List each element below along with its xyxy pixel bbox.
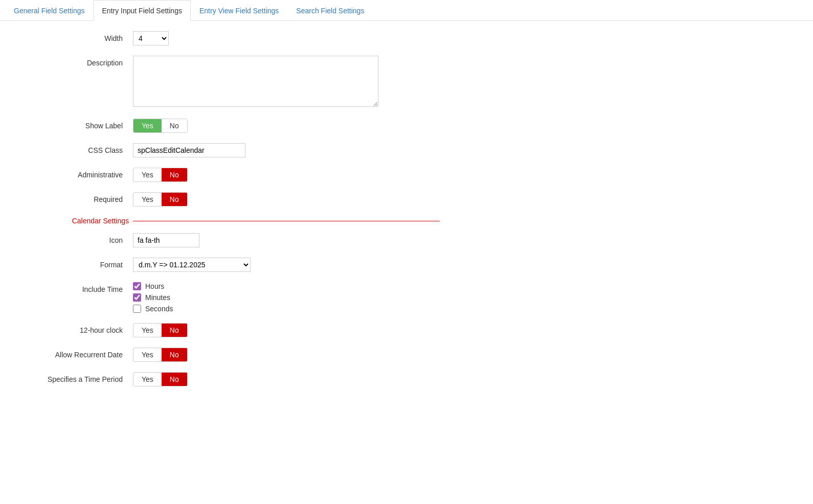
required-control: Yes No xyxy=(133,192,440,207)
twelve-hour-label: 12-hour clock xyxy=(20,323,133,334)
required-row: Required Yes No xyxy=(20,192,440,207)
width-select[interactable]: 4 123 567 8910 1112 xyxy=(133,31,169,45)
width-label: Width xyxy=(20,31,133,42)
allow-recurrent-control: Yes No xyxy=(133,348,440,362)
calendar-section-header: Calendar Settings xyxy=(20,217,440,225)
specifies-time-period-label: Specifies a Time Period xyxy=(20,372,133,383)
calendar-section-title: Calendar Settings xyxy=(20,217,133,225)
twelve-hour-no-button[interactable]: No xyxy=(162,324,187,337)
required-no-button[interactable]: No xyxy=(162,193,187,206)
include-time-checkboxes: Hours Minutes Seconds xyxy=(133,282,440,313)
specifies-time-period-yes-button[interactable]: Yes xyxy=(133,373,162,386)
administrative-no-button[interactable]: No xyxy=(162,168,187,181)
show-label-row: Show Label Yes No xyxy=(20,119,440,133)
specifies-time-period-toggle: Yes No xyxy=(133,372,188,386)
twelve-hour-yes-button[interactable]: Yes xyxy=(133,324,162,337)
width-row: Width 4 123 567 8910 1112 xyxy=(20,31,440,45)
description-textarea[interactable] xyxy=(133,56,378,107)
hours-label: Hours xyxy=(145,282,164,290)
specifies-time-period-control: Yes No xyxy=(133,372,440,386)
description-control xyxy=(133,56,440,108)
minutes-checkbox-item[interactable]: Minutes xyxy=(133,293,440,302)
width-control: 4 123 567 8910 1112 xyxy=(133,31,440,45)
format-label: Format xyxy=(20,258,133,269)
icon-input[interactable] xyxy=(133,233,199,247)
allow-recurrent-label: Allow Recurrent Date xyxy=(20,348,133,359)
allow-recurrent-no-button[interactable]: No xyxy=(162,348,187,361)
main-content: Width 4 123 567 8910 1112 Description Sh… xyxy=(0,21,460,407)
show-label-toggle: Yes No xyxy=(133,119,188,133)
twelve-hour-row: 12-hour clock Yes No xyxy=(20,323,440,337)
twelve-hour-toggle: Yes No xyxy=(133,323,188,337)
show-label-no-button[interactable]: No xyxy=(162,119,187,132)
seconds-label: Seconds xyxy=(145,305,173,313)
icon-control xyxy=(133,233,440,247)
administrative-control: Yes No xyxy=(133,168,440,182)
specifies-time-period-row: Specifies a Time Period Yes No xyxy=(20,372,440,386)
allow-recurrent-toggle: Yes No xyxy=(133,348,188,362)
include-time-label: Include Time xyxy=(20,282,133,293)
format-select[interactable]: d.m.Y => 01.12.2025 m/d/Y => 12/01/2025 … xyxy=(133,258,251,272)
tab-entry-view[interactable]: Entry View Field Settings xyxy=(191,0,287,21)
icon-row: Icon xyxy=(20,233,440,247)
tab-general[interactable]: General Field Settings xyxy=(5,0,94,21)
required-yes-button[interactable]: Yes xyxy=(133,193,162,206)
tab-bar: General Field Settings Entry Input Field… xyxy=(0,0,813,21)
css-class-control xyxy=(133,143,440,157)
icon-label: Icon xyxy=(20,233,133,244)
seconds-checkbox[interactable] xyxy=(133,305,141,313)
calendar-section-divider xyxy=(133,221,440,221)
include-time-row: Include Time Hours Minutes Seconds xyxy=(20,282,440,313)
seconds-checkbox-item[interactable]: Seconds xyxy=(133,305,440,313)
css-class-row: CSS Class xyxy=(20,143,440,157)
administrative-label: Administrative xyxy=(20,168,133,179)
css-class-input[interactable] xyxy=(133,143,245,157)
administrative-row: Administrative Yes No xyxy=(20,168,440,182)
minutes-checkbox[interactable] xyxy=(133,293,141,302)
hours-checkbox[interactable] xyxy=(133,282,141,290)
tab-entry-input[interactable]: Entry Input Field Settings xyxy=(94,0,191,21)
required-label: Required xyxy=(20,192,133,203)
format-control: d.m.Y => 01.12.2025 m/d/Y => 12/01/2025 … xyxy=(133,258,440,272)
css-class-label: CSS Class xyxy=(20,143,133,154)
include-time-control: Hours Minutes Seconds xyxy=(133,282,440,313)
show-label-yes-button[interactable]: Yes xyxy=(133,119,162,132)
allow-recurrent-yes-button[interactable]: Yes xyxy=(133,348,162,361)
allow-recurrent-row: Allow Recurrent Date Yes No xyxy=(20,348,440,362)
twelve-hour-control: Yes No xyxy=(133,323,440,337)
minutes-label: Minutes xyxy=(145,293,170,302)
format-row: Format d.m.Y => 01.12.2025 m/d/Y => 12/0… xyxy=(20,258,440,272)
show-label-label: Show Label xyxy=(20,119,133,130)
required-toggle: Yes No xyxy=(133,192,188,207)
administrative-toggle: Yes No xyxy=(133,168,188,182)
hours-checkbox-item[interactable]: Hours xyxy=(133,282,440,290)
specifies-time-period-no-button[interactable]: No xyxy=(162,373,187,386)
description-row: Description xyxy=(20,56,440,108)
tab-search[interactable]: Search Field Settings xyxy=(287,0,373,21)
description-label: Description xyxy=(20,56,133,67)
administrative-yes-button[interactable]: Yes xyxy=(133,168,162,181)
show-label-control: Yes No xyxy=(133,119,440,133)
